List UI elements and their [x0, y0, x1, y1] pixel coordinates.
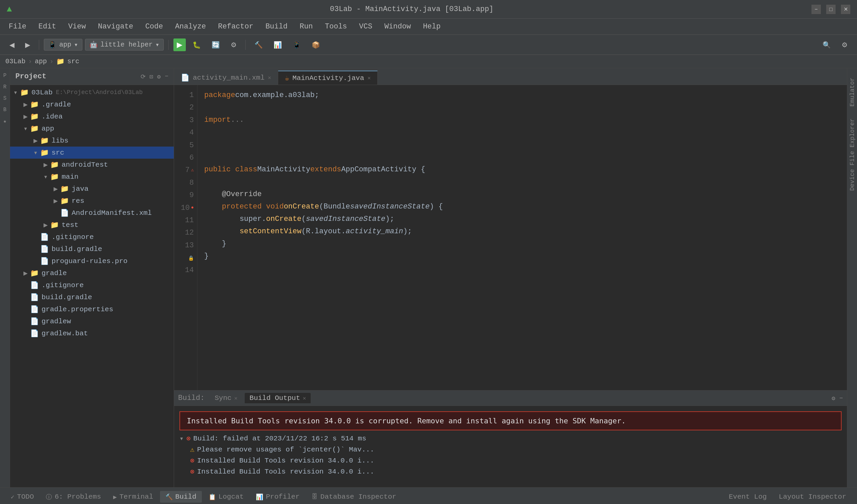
bottom-tab-problems-label: 6: Problems — [54, 493, 101, 501]
build-error-row-2[interactable]: ⊗ Installed Build Tools revision 34.0.0 … — [177, 466, 844, 477]
menu-refactor[interactable]: Refactor — [213, 20, 259, 33]
sync-button[interactable]: 🔄 — [207, 38, 224, 51]
tree-item-gradlew-bat[interactable]: ▶ 📄 gradlew.bat — [10, 327, 174, 339]
build-variants-toggle[interactable]: B — [1, 106, 9, 114]
build-minimize-icon[interactable]: − — [839, 395, 843, 402]
profile-button[interactable]: 📊 — [269, 38, 286, 51]
menu-analyze[interactable]: Analyze — [170, 20, 211, 33]
menu-file[interactable]: File — [3, 20, 32, 33]
tree-label-gradlew: gradlew — [41, 318, 71, 325]
menu-view[interactable]: View — [63, 20, 91, 33]
avd-button[interactable]: 📱 — [289, 38, 305, 51]
tree-item-buildgradle-app[interactable]: ▶ 📄 build.gradle — [10, 243, 174, 255]
run-button[interactable]: ▶ — [173, 38, 186, 51]
settings-icon-button[interactable]: ⚙ — [838, 38, 852, 51]
tree-item-test[interactable]: ▶ 📁 test — [10, 219, 174, 231]
code-line-2 — [204, 101, 840, 114]
little-helper-button[interactable]: 🤖 little helper ▾ — [85, 39, 164, 51]
tree-item-root[interactable]: ▾ 📁 03Lab E:\Project\Android\03Lab — [10, 86, 174, 98]
tree-item-gitignore-root[interactable]: ▶ 📄 .gitignore — [10, 279, 174, 291]
menu-code[interactable]: Code — [140, 20, 168, 33]
tree-item-buildgradle-root[interactable]: ▶ 📄 build.gradle — [10, 291, 174, 303]
build-tab-sync[interactable]: Sync ✕ — [210, 393, 242, 403]
right-panel-tabs: Emulator Device File Explorer — [847, 68, 857, 487]
bottom-tab-layout-inspector[interactable]: Layout Inspector — [773, 491, 852, 503]
search-button[interactable]: 🔍 — [819, 38, 835, 51]
tree-item-manifest[interactable]: ▶ 📄 AndroidManifest.xml — [10, 207, 174, 219]
bottom-tab-build[interactable]: 🔨 Build — [160, 491, 202, 503]
tab-activity-main-xml[interactable]: 📄 activity_main.xml ✕ — [174, 71, 278, 85]
structure-toggle[interactable]: S — [1, 95, 9, 102]
tree-item-gradle-hidden[interactable]: ▶ 📁 .gradle — [10, 98, 174, 111]
build-settings-icon[interactable]: ⚙ — [831, 394, 835, 402]
bottom-tab-db-inspector[interactable]: 🗄 Database Inspector — [306, 491, 402, 503]
tree-arrow-app: ▾ — [23, 124, 30, 133]
tab-close-java[interactable]: ✕ — [368, 74, 371, 81]
minimize-button[interactable]: − — [811, 5, 821, 14]
line-num-12: 12 — [178, 226, 194, 239]
build-tab-output[interactable]: Build Output ✕ — [245, 393, 311, 403]
tree-item-app[interactable]: ▾ 📁 app — [10, 122, 174, 135]
menu-window[interactable]: Window — [379, 20, 416, 33]
tree-item-gradleprops[interactable]: ▶ 📄 gradle.properties — [10, 303, 174, 315]
build-warning-row[interactable]: ⚠ Please remove usages of `jcenter()` Ma… — [177, 444, 844, 455]
project-sync-icon[interactable]: ⟳ — [140, 73, 146, 80]
tree-item-src[interactable]: ▾ 📁 src — [10, 147, 174, 158]
build-tab-sync-close[interactable]: ✕ — [234, 395, 238, 402]
maximize-button[interactable]: □ — [826, 5, 836, 14]
tree-item-idea[interactable]: ▶ 📁 .idea — [10, 111, 174, 122]
build-status-row[interactable]: ▾ ⊗ Build: failed at 2023/11/22 16:2 s 5… — [177, 433, 844, 444]
breadcrumb-src[interactable]: src — [67, 57, 79, 65]
bottom-tab-problems[interactable]: ⓘ 6: Problems — [40, 491, 106, 503]
project-filter-icon[interactable]: ⊡ — [150, 73, 153, 80]
favorites-toggle[interactable]: ★ — [1, 117, 9, 125]
settings-button[interactable]: ⚙ — [226, 38, 241, 51]
menu-run[interactable]: Run — [294, 20, 318, 33]
build-error-row-1[interactable]: ⊗ Installed Build Tools revision 34.0.0 … — [177, 455, 844, 466]
back-button[interactable]: ◀ — [5, 38, 18, 51]
tree-item-res[interactable]: ▶ 📁 res — [10, 195, 174, 207]
resource-manager-toggle[interactable]: R — [1, 83, 9, 91]
gradle-icon-props: 📄 — [30, 305, 39, 314]
tree-item-libs[interactable]: ▶ 📁 libs — [10, 135, 174, 147]
tree-item-gradlew[interactable]: ▶ 📄 gradlew — [10, 315, 174, 327]
sdk-button[interactable]: 📦 — [308, 38, 324, 51]
tree-item-main[interactable]: ▾ 📁 main — [10, 171, 174, 183]
menu-help[interactable]: Help — [418, 20, 446, 33]
tree-item-proguard[interactable]: ▶ 📄 proguard-rules.pro — [10, 255, 174, 267]
breadcrumb-app[interactable]: app — [35, 57, 47, 65]
menu-edit[interactable]: Edit — [33, 20, 62, 33]
menu-vcs[interactable]: VCS — [354, 20, 378, 33]
tab-close-xml[interactable]: ✕ — [268, 74, 271, 81]
app-selector[interactable]: 📱 app ▾ — [44, 39, 82, 51]
tab-mainactivity-java[interactable]: ☕ MainActivity.java ✕ — [278, 71, 378, 85]
menu-build[interactable]: Build — [260, 20, 293, 33]
tree-item-java[interactable]: ▶ 📁 java — [10, 183, 174, 195]
tree-label-buildgradle-root: build.gradle — [41, 293, 92, 301]
folder-icon-src: 📁 — [40, 149, 49, 157]
forward-button[interactable]: ▶ — [21, 38, 34, 51]
code-editor[interactable]: package com.example.a03lab; import ... p… — [198, 85, 847, 390]
project-minimize-icon[interactable]: − — [165, 73, 168, 80]
bottom-tab-event-log[interactable]: Event Log — [723, 491, 772, 503]
debug-button[interactable]: 🐛 — [188, 38, 205, 51]
breadcrumb-03lab[interactable]: 03Lab — [5, 57, 26, 65]
bottom-tab-profiler[interactable]: 📊 Profiler — [250, 491, 305, 503]
build-button[interactable]: 🔨 — [250, 38, 267, 51]
tree-item-gradle-root[interactable]: ▶ 📁 gradle — [10, 267, 174, 279]
tree-item-androidtest[interactable]: ▶ 📁 androidTest — [10, 158, 174, 171]
build-tab-output-close[interactable]: ✕ — [303, 395, 306, 402]
bottom-tab-todo[interactable]: ✓ TODO — [5, 491, 39, 503]
code-line-3: import ... — [204, 114, 840, 126]
tree-item-gitignore-app[interactable]: ▶ 📄 .gitignore — [10, 231, 174, 243]
project-panel-toggle[interactable]: P — [1, 72, 9, 80]
project-gear-icon[interactable]: ⚙ — [157, 73, 161, 80]
bottom-tab-logcat[interactable]: 📋 Logcat — [203, 491, 249, 503]
bottom-tab-terminal[interactable]: ▶ Terminal — [108, 491, 159, 503]
emulator-tab[interactable]: Emulator — [847, 75, 857, 109]
tree-arrow-idea: ▶ — [23, 113, 30, 121]
device-file-explorer-tab[interactable]: Device File Explorer — [847, 116, 857, 194]
close-button[interactable]: ✕ — [841, 5, 850, 14]
menu-navigate[interactable]: Navigate — [93, 20, 139, 33]
menu-tools[interactable]: Tools — [320, 20, 353, 33]
